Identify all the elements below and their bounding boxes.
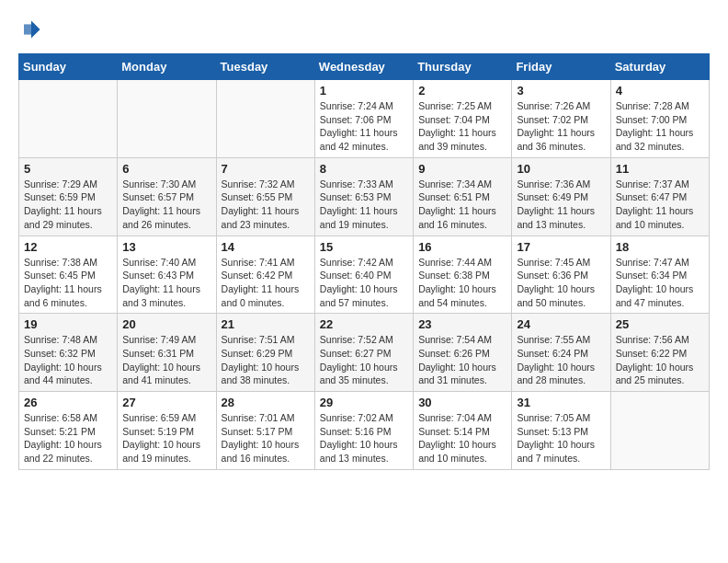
calendar-cell: 2Sunrise: 7:25 AM Sunset: 7:04 PM Daylig…: [414, 80, 512, 158]
calendar-week-row: 12Sunrise: 7:38 AM Sunset: 6:45 PM Dayli…: [19, 236, 710, 314]
day-info: Sunrise: 7:51 AM Sunset: 6:29 PM Dayligh…: [222, 333, 310, 387]
calendar-cell: 4Sunrise: 7:28 AM Sunset: 7:00 PM Daylig…: [610, 80, 709, 158]
logo-icon: [20, 18, 42, 40]
day-number: 13: [122, 240, 210, 254]
calendar-cell: 29Sunrise: 7:02 AM Sunset: 5:16 PM Dayli…: [314, 392, 413, 470]
weekday-header: Monday: [118, 54, 216, 80]
day-number: 27: [122, 396, 210, 409]
day-info: Sunrise: 7:25 AM Sunset: 7:04 PM Dayligh…: [418, 99, 506, 154]
day-number: 1: [320, 84, 408, 98]
page-header: [18, 18, 710, 44]
day-number: 25: [616, 317, 704, 331]
day-info: Sunrise: 7:24 AM Sunset: 7:06 PM Dayligh…: [320, 99, 408, 154]
day-info: Sunrise: 7:01 AM Sunset: 5:17 PM Dayligh…: [222, 411, 310, 465]
day-number: 17: [517, 240, 605, 254]
day-info: Sunrise: 7:33 AM Sunset: 6:53 PM Dayligh…: [320, 178, 408, 232]
day-number: 21: [222, 317, 310, 331]
svg-marker-1: [24, 24, 33, 34]
day-info: Sunrise: 7:44 AM Sunset: 6:38 PM Dayligh…: [418, 256, 506, 310]
day-info: Sunrise: 7:40 AM Sunset: 6:43 PM Dayligh…: [122, 256, 210, 310]
day-info: Sunrise: 7:30 AM Sunset: 6:57 PM Dayligh…: [122, 178, 210, 232]
calendar-cell: 9Sunrise: 7:34 AM Sunset: 6:51 PM Daylig…: [414, 157, 512, 236]
day-info: Sunrise: 7:41 AM Sunset: 6:42 PM Dayligh…: [222, 256, 310, 310]
day-info: Sunrise: 7:45 AM Sunset: 6:36 PM Dayligh…: [517, 256, 605, 310]
day-info: Sunrise: 7:37 AM Sunset: 6:47 PM Dayligh…: [616, 178, 704, 232]
day-number: 15: [320, 240, 408, 254]
day-number: 8: [320, 162, 408, 176]
calendar-cell: 25Sunrise: 7:56 AM Sunset: 6:22 PM Dayli…: [610, 314, 709, 392]
calendar-cell: 8Sunrise: 7:33 AM Sunset: 6:53 PM Daylig…: [314, 157, 413, 236]
day-number: 3: [517, 84, 605, 98]
calendar-cell: 14Sunrise: 7:41 AM Sunset: 6:42 PM Dayli…: [216, 236, 314, 314]
calendar-cell: 26Sunrise: 6:58 AM Sunset: 5:21 PM Dayli…: [19, 392, 118, 470]
day-number: 23: [418, 317, 506, 331]
calendar-cell: 19Sunrise: 7:48 AM Sunset: 6:32 PM Dayli…: [19, 314, 118, 392]
day-info: Sunrise: 7:47 AM Sunset: 6:34 PM Dayligh…: [616, 256, 704, 310]
calendar-cell: 10Sunrise: 7:36 AM Sunset: 6:49 PM Dayli…: [512, 157, 610, 236]
day-info: Sunrise: 7:26 AM Sunset: 7:02 PM Dayligh…: [517, 99, 605, 154]
day-info: Sunrise: 7:56 AM Sunset: 6:22 PM Dayligh…: [616, 333, 704, 387]
calendar-cell: 7Sunrise: 7:32 AM Sunset: 6:55 PM Daylig…: [216, 157, 314, 236]
day-number: 10: [517, 162, 605, 176]
day-info: Sunrise: 7:54 AM Sunset: 6:26 PM Dayligh…: [418, 333, 506, 387]
calendar-week-row: 1Sunrise: 7:24 AM Sunset: 7:06 PM Daylig…: [19, 80, 710, 158]
day-number: 19: [24, 317, 112, 331]
day-number: 4: [616, 84, 704, 98]
day-info: Sunrise: 7:42 AM Sunset: 6:40 PM Dayligh…: [320, 256, 408, 310]
day-number: 9: [418, 162, 506, 176]
calendar-cell: 3Sunrise: 7:26 AM Sunset: 7:02 PM Daylig…: [512, 80, 610, 158]
day-number: 2: [418, 84, 506, 98]
calendar-table: SundayMondayTuesdayWednesdayThursdayFrid…: [18, 53, 710, 470]
calendar-cell: [216, 80, 314, 158]
calendar-cell: [19, 80, 118, 158]
day-info: Sunrise: 7:36 AM Sunset: 6:49 PM Dayligh…: [517, 178, 605, 232]
calendar-cell: 27Sunrise: 6:59 AM Sunset: 5:19 PM Dayli…: [118, 392, 216, 470]
calendar-cell: 11Sunrise: 7:37 AM Sunset: 6:47 PM Dayli…: [610, 157, 709, 236]
calendar-cell: 18Sunrise: 7:47 AM Sunset: 6:34 PM Dayli…: [610, 236, 709, 314]
day-number: 22: [320, 317, 408, 331]
weekday-header: Sunday: [19, 54, 118, 80]
day-number: 7: [222, 162, 310, 176]
calendar-cell: [610, 392, 709, 470]
calendar-cell: 13Sunrise: 7:40 AM Sunset: 6:43 PM Dayli…: [118, 236, 216, 314]
calendar-cell: 23Sunrise: 7:54 AM Sunset: 6:26 PM Dayli…: [414, 314, 512, 392]
day-number: 31: [517, 396, 605, 409]
logo: [18, 18, 42, 44]
calendar-cell: 28Sunrise: 7:01 AM Sunset: 5:17 PM Dayli…: [216, 392, 314, 470]
day-number: 5: [24, 162, 112, 176]
day-number: 29: [320, 396, 408, 409]
day-info: Sunrise: 7:29 AM Sunset: 6:59 PM Dayligh…: [24, 178, 112, 232]
day-number: 14: [222, 240, 310, 254]
day-info: Sunrise: 7:02 AM Sunset: 5:16 PM Dayligh…: [320, 411, 408, 465]
calendar-week-row: 5Sunrise: 7:29 AM Sunset: 6:59 PM Daylig…: [19, 157, 710, 236]
day-number: 20: [122, 317, 210, 331]
calendar-cell: 1Sunrise: 7:24 AM Sunset: 7:06 PM Daylig…: [314, 80, 413, 158]
calendar-cell: 20Sunrise: 7:49 AM Sunset: 6:31 PM Dayli…: [118, 314, 216, 392]
calendar-cell: 21Sunrise: 7:51 AM Sunset: 6:29 PM Dayli…: [216, 314, 314, 392]
day-number: 26: [24, 396, 112, 409]
day-info: Sunrise: 7:32 AM Sunset: 6:55 PM Dayligh…: [222, 178, 310, 232]
weekday-header: Wednesday: [314, 54, 413, 80]
day-number: 18: [616, 240, 704, 254]
day-info: Sunrise: 7:05 AM Sunset: 5:13 PM Dayligh…: [517, 411, 605, 465]
day-info: Sunrise: 7:49 AM Sunset: 6:31 PM Dayligh…: [122, 333, 210, 387]
day-info: Sunrise: 7:48 AM Sunset: 6:32 PM Dayligh…: [24, 333, 112, 387]
day-number: 30: [418, 396, 506, 409]
day-info: Sunrise: 7:38 AM Sunset: 6:45 PM Dayligh…: [24, 256, 112, 310]
calendar-cell: 5Sunrise: 7:29 AM Sunset: 6:59 PM Daylig…: [19, 157, 118, 236]
calendar-cell: 16Sunrise: 7:44 AM Sunset: 6:38 PM Dayli…: [414, 236, 512, 314]
day-info: Sunrise: 6:58 AM Sunset: 5:21 PM Dayligh…: [24, 411, 112, 465]
day-number: 6: [122, 162, 210, 176]
day-number: 12: [24, 240, 112, 254]
calendar-cell: 12Sunrise: 7:38 AM Sunset: 6:45 PM Dayli…: [19, 236, 118, 314]
day-info: Sunrise: 7:34 AM Sunset: 6:51 PM Dayligh…: [418, 178, 506, 232]
day-info: Sunrise: 7:55 AM Sunset: 6:24 PM Dayligh…: [517, 333, 605, 387]
weekday-header: Friday: [512, 54, 610, 80]
day-info: Sunrise: 7:52 AM Sunset: 6:27 PM Dayligh…: [320, 333, 408, 387]
weekday-header: Thursday: [414, 54, 512, 80]
calendar-week-row: 19Sunrise: 7:48 AM Sunset: 6:32 PM Dayli…: [19, 314, 710, 392]
day-number: 16: [418, 240, 506, 254]
day-info: Sunrise: 6:59 AM Sunset: 5:19 PM Dayligh…: [122, 411, 210, 465]
calendar-cell: 30Sunrise: 7:04 AM Sunset: 5:14 PM Dayli…: [414, 392, 512, 470]
weekday-header: Tuesday: [216, 54, 314, 80]
